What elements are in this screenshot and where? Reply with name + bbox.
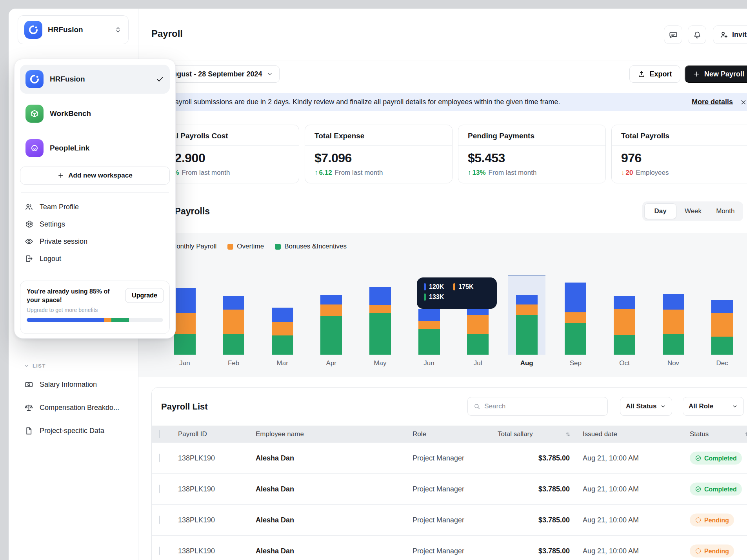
sidebar-item-project-specific-data[interactable]: Project-specitic Data [9, 419, 138, 442]
stat-change: ↑6.12 From last month [314, 169, 443, 177]
bar-mar[interactable] [272, 308, 293, 355]
bar-dec[interactable] [711, 300, 733, 355]
scales-icon [24, 403, 33, 412]
menu-item-logout[interactable]: Logout [20, 250, 170, 267]
salary-cell: $3.785.00 [498, 485, 570, 493]
menu-item-label: Private session [40, 237, 87, 246]
bar-jun[interactable] [418, 309, 440, 355]
stat-value: $5.453 [468, 151, 596, 165]
menu-item-label: Logout [40, 255, 61, 263]
role-filter-value: All Role [689, 402, 713, 410]
x-axis-label: Jun [423, 359, 434, 367]
upgrade-button[interactable]: Upgrade [125, 288, 164, 303]
bar-aug[interactable] [516, 295, 538, 355]
tab-day[interactable]: Day [644, 203, 676, 219]
workspace-option-hrfusion[interactable]: HRFusion [20, 65, 170, 94]
column-header-payroll-id[interactable]: Payroll ID [178, 430, 207, 438]
sidebar-item-compensation-breakdown[interactable]: Compensation Breakdo... [9, 396, 138, 419]
payroll-list-title: Payroll List [161, 402, 208, 412]
stat-title: Pending Payments [458, 125, 605, 146]
chart-tooltip: 120K 175K 133K [417, 277, 497, 309]
select-all-checkbox[interactable] [159, 430, 160, 438]
add-workspace-label: Add new workspace [68, 172, 132, 179]
sidebar-item-salary-information[interactable]: Salary Information [9, 373, 138, 396]
role-cell: Project Manager [413, 547, 464, 555]
row-checkbox[interactable] [159, 454, 160, 462]
bar-segment [516, 315, 538, 355]
table-row[interactable]: 138PLK190 Alesha Dan Project Manager $3.… [152, 473, 747, 504]
notifications-button[interactable] [688, 25, 706, 44]
sort-icon[interactable] [565, 431, 571, 437]
workspace-option-workbench[interactable]: WorkBench [20, 99, 170, 128]
sort-icon[interactable] [744, 431, 747, 437]
new-payroll-button[interactable]: New Payroll [685, 65, 747, 83]
bar-apr[interactable] [320, 295, 342, 355]
bar-segment [663, 334, 684, 355]
salary-cell: $3.785.00 [498, 516, 570, 524]
column-header-employee-name[interactable]: Employee name [256, 430, 304, 438]
payroll-list-section: Payroll List All Status All Role Payroll… [151, 387, 747, 560]
bar-segment [272, 335, 293, 355]
table-row[interactable]: 138PLK190 Alesha Dan Project Manager $3.… [152, 504, 747, 535]
stat-card-total-payrolls: Total Payrolls 976 ↓20 Employees [611, 125, 747, 183]
column-header-issued-date[interactable]: Issued date [583, 430, 617, 438]
search-input[interactable] [484, 402, 602, 410]
chat-icon [669, 31, 678, 39]
close-icon[interactable] [740, 99, 747, 106]
menu-item-settings[interactable]: Settings [20, 216, 170, 233]
team-icon [25, 203, 33, 211]
workspace-selector[interactable]: HRFusion [18, 15, 129, 44]
stat-value: $7.096 [314, 151, 443, 165]
row-checkbox[interactable] [159, 516, 160, 524]
menu-item-team-profile[interactable]: Team Profile [20, 198, 170, 216]
bar-segment [174, 288, 196, 313]
document-icon [24, 426, 33, 435]
workspace-option-label: WorkBench [50, 109, 164, 118]
tooltip-swatch [424, 283, 426, 290]
chart-legend: Monthly Payroll Overtime Bonuses &Incent… [162, 243, 347, 250]
issued-date-cell: Aug 21, 10:00 AM [583, 516, 639, 524]
bar-segment [565, 323, 586, 355]
bar-nov[interactable] [663, 294, 684, 355]
list-section-header[interactable]: LIST [9, 361, 138, 373]
stat-change: ↓20 Employees [621, 169, 747, 177]
tab-week[interactable]: Week [677, 203, 709, 219]
bar-oct[interactable] [614, 296, 635, 355]
tab-month[interactable]: Month [710, 203, 741, 219]
x-axis-label: Jan [179, 359, 190, 367]
plus-icon [692, 70, 700, 78]
more-details-link[interactable]: More details [692, 98, 733, 106]
eye-icon [25, 237, 33, 246]
table-row[interactable]: 138PLK190 Alesha Dan Project Manager $3.… [152, 442, 747, 473]
banknote-icon [24, 380, 33, 389]
bar-segment [516, 295, 538, 304]
bar-jul[interactable] [467, 308, 489, 355]
tooltip-swatch [424, 294, 426, 301]
bar-jan[interactable] [174, 288, 196, 355]
menu-item-private-session[interactable]: Private session [20, 233, 170, 250]
bar-segment [418, 329, 440, 355]
column-header-total-salary[interactable]: Total sallary [498, 430, 533, 438]
invite-button[interactable]: Invite [713, 25, 747, 44]
add-workspace-button[interactable]: Add new workspace [20, 167, 170, 185]
column-header-role[interactable]: Role [413, 430, 426, 438]
role-filter-dropdown[interactable]: All Role [683, 397, 744, 416]
bar-segment [320, 295, 342, 304]
table-row[interactable]: 138PLK190 Alesha Dan Project Manager $3.… [152, 535, 747, 560]
check-circle-icon [695, 486, 702, 493]
row-checkbox[interactable] [159, 485, 160, 493]
bar-sep[interactable] [565, 283, 586, 355]
row-checkbox[interactable] [159, 547, 160, 555]
bar-segment [174, 334, 196, 355]
status-filter-dropdown[interactable]: All Status [620, 397, 672, 416]
bar-segment [711, 313, 733, 337]
bar-segment [565, 312, 586, 323]
bar-segment [663, 294, 684, 310]
column-header-status[interactable]: Status [690, 430, 709, 438]
bar-segment [369, 287, 391, 305]
workspace-option-peoplelink[interactable]: PeopleLink [20, 134, 170, 163]
bar-feb[interactable] [223, 296, 244, 355]
export-button[interactable]: Export [629, 65, 680, 83]
bar-may[interactable] [369, 287, 391, 355]
chat-button[interactable] [664, 25, 682, 44]
